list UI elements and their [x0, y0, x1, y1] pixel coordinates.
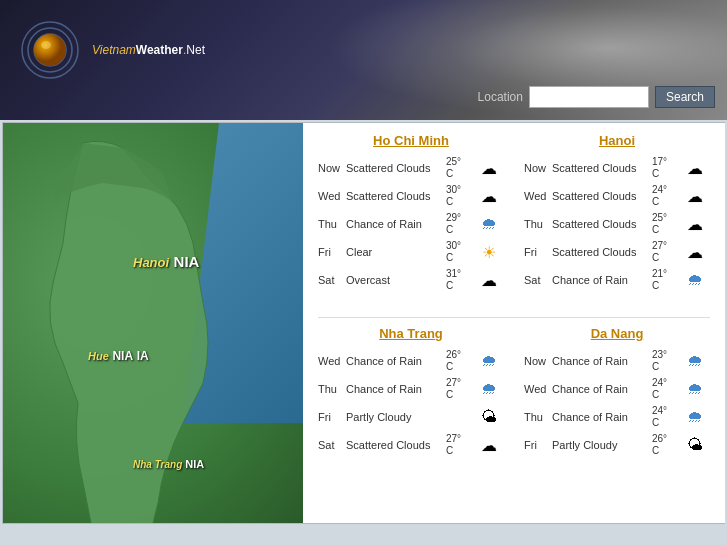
table-row: Wed Chance of Rain 24°C 🌧 [524, 375, 710, 403]
table-row: Thu Chance of Rain 29°C 🌧 [318, 210, 504, 238]
table-row: Thu Chance of Rain 24°C 🌧 [524, 403, 710, 431]
table-row: Fri Clear 30°C ☀ [318, 238, 504, 266]
table-row: Now Scattered Clouds 17°C ☁ [524, 154, 710, 182]
weather-icon: 🌧 [680, 268, 710, 292]
weather-icon: 🌧 [474, 377, 504, 401]
weather-icon: 🌤 [680, 433, 710, 457]
logo-area: VietnamWeather.Net [20, 20, 205, 80]
weather-icon: ☁ [680, 156, 710, 180]
table-row: Thu Scattered Clouds 25°C ☁ [524, 210, 710, 238]
weather-icon: ☁ [680, 240, 710, 264]
search-label: Location [478, 90, 523, 104]
logo-vietnam-text: Vietnam [92, 43, 136, 57]
weather-icon: 🌧 [680, 349, 710, 373]
weather-icon: ☀ [474, 240, 504, 264]
table-row: Thu Chance of Rain 27°C 🌧 [318, 375, 504, 403]
logo-text: VietnamWeather.Net [92, 43, 205, 57]
table-row: Fri Scattered Clouds 27°C ☁ [524, 238, 710, 266]
top-cities-row: Ho Chi Minh Now Scattered Clouds 25°C ☁ … [318, 133, 710, 309]
hochiminh-link[interactable]: Ho Chi Minh [373, 133, 449, 148]
svg-point-5 [41, 41, 51, 49]
hochiminh-header: Ho Chi Minh [318, 133, 504, 148]
weather-icon: ☁ [680, 212, 710, 236]
table-row: Sat Scattered Clouds 27°C ☁ [318, 431, 504, 459]
header: VietnamWeather.Net Location Search [0, 0, 727, 120]
map-panel: Hanoi NIA Hue NIA IA Nha Trang NIA [3, 123, 303, 523]
danang-link[interactable]: Da Nang [591, 326, 644, 341]
map-label-hue: Hue NIA IA [88, 348, 149, 363]
map-label-hanoi: Hanoi NIA [133, 253, 199, 271]
hochiminh-section: Ho Chi Minh Now Scattered Clouds 25°C ☁ … [318, 133, 504, 294]
weather-icon: 🌧 [474, 212, 504, 236]
weather-icon: ☁ [474, 184, 504, 208]
weather-icon: ☁ [680, 184, 710, 208]
bottom-cities-row: Nha Trang Wed Chance of Rain 26°C 🌧 Thu … [318, 326, 710, 474]
nhatrang-section: Nha Trang Wed Chance of Rain 26°C 🌧 Thu … [318, 326, 504, 459]
search-input[interactable] [529, 86, 649, 108]
table-row: Now Chance of Rain 23°C 🌧 [524, 347, 710, 375]
search-bar: Location Search [478, 86, 715, 108]
radar-rings-icon [20, 20, 80, 80]
main-content: Hanoi NIA Hue NIA IA Nha Trang NIA Ho Ch… [2, 122, 725, 524]
table-row: Now Scattered Clouds 25°C ☁ [318, 154, 504, 182]
search-button[interactable]: Search [655, 86, 715, 108]
map-label-nhatrang: Nha Trang NIA [133, 458, 204, 470]
table-row: Wed Scattered Clouds 24°C ☁ [524, 182, 710, 210]
logo-weather-text: Weather [136, 43, 183, 57]
nhatrang-header: Nha Trang [318, 326, 504, 341]
hanoi-section: Hanoi Now Scattered Clouds 17°C ☁ Wed Sc… [524, 133, 710, 294]
section-divider [318, 317, 710, 318]
hanoi-link[interactable]: Hanoi [599, 133, 635, 148]
danang-section: Da Nang Now Chance of Rain 23°C 🌧 Wed Ch… [524, 326, 710, 459]
weather-icon: 🌤 [474, 405, 504, 429]
svg-point-4 [34, 34, 66, 66]
logo-net-text: Net [186, 43, 205, 57]
weather-icon: ☁ [474, 156, 504, 180]
danang-header: Da Nang [524, 326, 710, 341]
nhatrang-link[interactable]: Nha Trang [379, 326, 443, 341]
hanoi-header: Hanoi [524, 133, 710, 148]
table-row: Sat Overcast 31°C ☁ [318, 266, 504, 294]
table-row: Wed Scattered Clouds 30°C ☁ [318, 182, 504, 210]
weather-icon: 🌧 [474, 349, 504, 373]
weather-panel: Ho Chi Minh Now Scattered Clouds 25°C ☁ … [303, 123, 725, 523]
weather-icon: 🌧 [680, 377, 710, 401]
table-row: Wed Chance of Rain 26°C 🌧 [318, 347, 504, 375]
table-row: Fri Partly Cloudy 26°C 🌤 [524, 431, 710, 459]
table-row: Fri Partly Cloudy 🌤 [318, 403, 504, 431]
table-row: Sat Chance of Rain 21°C 🌧 [524, 266, 710, 294]
weather-icon: ☁ [474, 268, 504, 292]
weather-icon: 🌧 [680, 405, 710, 429]
weather-icon: ☁ [474, 433, 504, 457]
